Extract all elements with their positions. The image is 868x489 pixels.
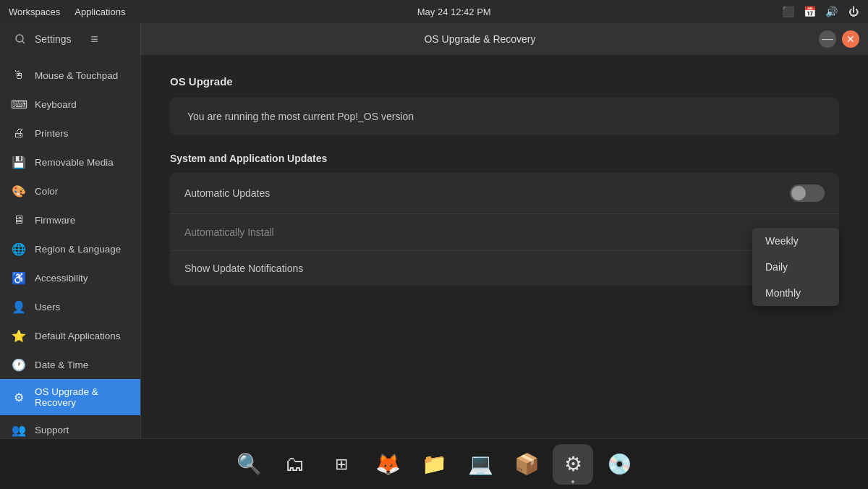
firefox-dock-icon: 🦊: [375, 452, 401, 476]
firmware-icon: 🖥: [12, 213, 26, 227]
close-button[interactable]: ✕: [842, 30, 859, 48]
os-upgrade-info-box: You are running the most current Pop!_OS…: [170, 98, 839, 135]
sidebar-label-region-language: Region & Language: [35, 244, 121, 255]
dock-windows[interactable]: 🗂: [275, 444, 315, 485]
svg-line-1: [22, 41, 25, 43]
automatic-updates-label: Automatic Updates: [184, 187, 270, 199]
show-notifications-label: Show Update Notifications: [184, 263, 303, 274]
svg-point-0: [16, 35, 23, 42]
media-dock-icon: 💿: [607, 452, 632, 476]
sidebar-label-date-time: Date & Time: [35, 360, 88, 370]
titlebar: Settings ≡ OS Upgrade & Recovery — ✕: [0, 23, 868, 55]
app-window: 🖱 Mouse & Touchpad ⌨ Keyboard 🖨 Printers…: [0, 23, 868, 438]
search-dock-icon: 🔍: [237, 452, 262, 476]
automatic-updates-toggle[interactable]: [790, 184, 825, 202]
sidebar-item-printers[interactable]: 🖨 Printers: [0, 119, 140, 148]
region-icon: 🌐: [12, 242, 26, 256]
dropdown-item-daily[interactable]: Daily: [752, 254, 839, 280]
show-notifications-row: Show Update Notifications Weekly Daily M…: [170, 251, 839, 286]
sidebar-label-users: Users: [35, 302, 60, 312]
terminal-dock-icon: 💻: [468, 452, 493, 476]
window-actions: — ✕: [819, 30, 868, 48]
search-icon[interactable]: [12, 30, 29, 48]
sidebar-item-firmware[interactable]: 🖥 Firmware: [0, 205, 140, 234]
dock-shop[interactable]: 📦: [506, 444, 547, 485]
dropdown-item-monthly[interactable]: Monthly: [752, 280, 839, 306]
sidebar-label-color: Color: [35, 186, 58, 197]
apps-dock-icon: ⊞: [335, 455, 348, 474]
toggle-knob: [791, 186, 806, 200]
automatically-install-label: Automatically Install: [184, 226, 274, 238]
sidebar-item-users[interactable]: 👤 Users: [0, 292, 140, 321]
default-apps-icon: ⭐: [12, 328, 26, 343]
sidebar-label-removable-media: Removable Media: [35, 157, 114, 168]
settings-card: Automatic Updates Automatically Install …: [170, 173, 839, 286]
printers-icon: 🖨: [12, 126, 26, 140]
sidebar-item-removable-media[interactable]: 💾 Removable Media: [0, 148, 140, 177]
windows-dock-icon: 🗂: [285, 452, 305, 476]
automatic-updates-row: Automatic Updates: [170, 173, 839, 214]
sidebar-item-os-upgrade[interactable]: ⚙ OS Upgrade & Recovery: [0, 379, 140, 415]
dock-media[interactable]: 💿: [599, 444, 639, 485]
sidebar-label-default-applications: Default Applications: [35, 331, 121, 341]
window-title: OS Upgrade & Recovery: [141, 33, 819, 45]
applications-btn[interactable]: Applications: [75, 7, 125, 17]
color-icon: 🎨: [12, 184, 26, 198]
sidebar-item-accessibility[interactable]: ♿ Accessibility: [0, 263, 140, 292]
volume-icon[interactable]: 🔊: [826, 6, 838, 17]
os-upgrade-icon: ⚙: [12, 390, 26, 404]
topbar-icons: ⬛ 📅 🔊 ⏻: [783, 6, 859, 17]
sidebar-label-os-upgrade: OS Upgrade & Recovery: [35, 386, 129, 408]
dock-terminal[interactable]: 💻: [460, 444, 501, 485]
accessibility-icon: ♿: [12, 271, 26, 285]
sidebar-label-accessibility: Accessibility: [35, 273, 88, 284]
os-upgrade-info-text: You are running the most current Pop!_OS…: [187, 111, 414, 122]
sidebar-item-date-time[interactable]: 🕐 Date & Time: [0, 350, 140, 379]
dock-settings[interactable]: ⚙: [553, 444, 593, 485]
topbar-clock: May 24 12:42 PM: [417, 7, 491, 17]
files-dock-icon: 📁: [422, 452, 447, 476]
titlebar-search-area: Settings ≡: [0, 23, 141, 55]
sidebar-label-printers: Printers: [35, 128, 69, 139]
dock-files[interactable]: 📁: [414, 444, 454, 485]
power-icon[interactable]: ⏻: [848, 6, 859, 17]
os-upgrade-heading: OS Upgrade: [170, 75, 839, 88]
shop-dock-icon: 📦: [514, 452, 540, 476]
sidebar-item-region-language[interactable]: 🌐 Region & Language: [0, 234, 140, 263]
menu-button[interactable]: ≡: [83, 27, 106, 51]
workspaces-btn[interactable]: Workspaces: [9, 7, 60, 17]
support-icon: 👥: [12, 422, 26, 437]
automatically-install-row[interactable]: Automatically Install Off ›: [170, 214, 839, 251]
dock-active-dot: [571, 480, 574, 483]
calendar-icon[interactable]: 📅: [804, 6, 816, 17]
monitor-icon[interactable]: ⬛: [783, 6, 794, 17]
minimize-button[interactable]: —: [819, 30, 836, 48]
dock-firefox[interactable]: 🦊: [367, 444, 408, 485]
taskbar: 🔍 🗂 ⊞ 🦊 📁 💻 📦 ⚙ 💿: [0, 438, 868, 489]
sidebar-item-mouse-touchpad[interactable]: 🖱 Mouse & Touchpad: [0, 61, 140, 90]
system-updates-heading: System and Application Updates: [170, 153, 839, 164]
removable-media-icon: 💾: [12, 155, 26, 169]
date-time-icon: 🕐: [12, 357, 26, 372]
topbar-left: Workspaces Applications: [9, 7, 125, 17]
notifications-dropdown[interactable]: Weekly Daily Monthly: [752, 228, 839, 306]
sidebar-item-keyboard[interactable]: ⌨ Keyboard: [0, 90, 140, 119]
users-icon: 👤: [12, 299, 26, 314]
sidebar-label-mouse-touchpad: Mouse & Touchpad: [35, 70, 118, 81]
sidebar-label-support: Support: [35, 425, 69, 435]
sidebar: 🖱 Mouse & Touchpad ⌨ Keyboard 🖨 Printers…: [0, 55, 141, 438]
dropdown-item-weekly[interactable]: Weekly: [752, 228, 839, 254]
sidebar-item-support[interactable]: 👥 Support: [0, 415, 140, 438]
sidebar-item-default-applications[interactable]: ⭐ Default Applications: [0, 321, 140, 350]
sidebar-item-color[interactable]: 🎨 Color: [0, 177, 140, 205]
sidebar-label-keyboard: Keyboard: [35, 99, 77, 110]
sidebar-label-firmware: Firmware: [35, 215, 75, 226]
dock-search[interactable]: 🔍: [229, 444, 269, 485]
dock-apps[interactable]: ⊞: [321, 444, 362, 485]
main-content: OS Upgrade You are running the most curr…: [141, 55, 868, 438]
topbar: Workspaces Applications May 24 12:42 PM …: [0, 0, 868, 23]
keyboard-icon: ⌨: [12, 97, 26, 111]
mouse-icon: 🖱: [12, 68, 26, 82]
settings-dock-icon: ⚙: [564, 452, 582, 476]
settings-title: Settings: [35, 33, 72, 45]
